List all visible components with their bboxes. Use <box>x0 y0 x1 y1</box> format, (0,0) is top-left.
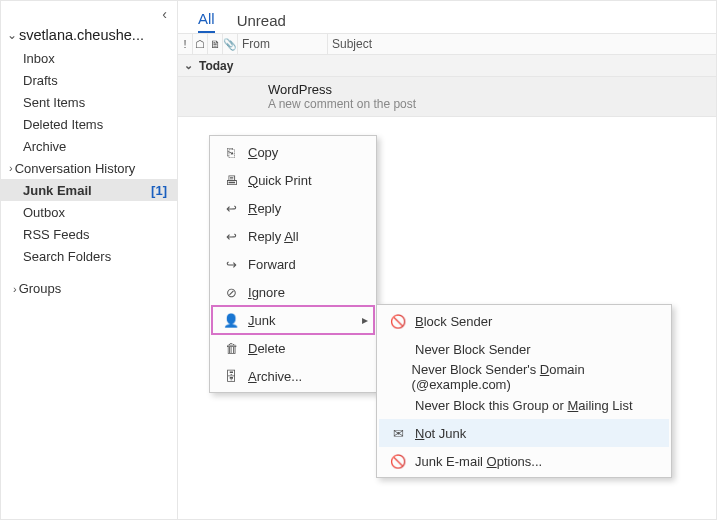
menu-item-label: Copy <box>248 145 278 160</box>
filter-tabs: All Unread <box>178 1 716 33</box>
chevron-down-icon: ⌄ <box>184 59 193 72</box>
folder-label: Conversation History <box>15 161 167 176</box>
menu-item-label: Ignore <box>248 285 285 300</box>
submenu-arrow-icon: ▸ <box>362 313 368 327</box>
submenu-item-junk-e-mail-options-[interactable]: 🚫Junk E-mail Options... <box>379 447 669 475</box>
folder-junk-email[interactable]: Junk Email[1] <box>1 179 177 201</box>
menu-item-reply[interactable]: ↩Reply <box>212 194 374 222</box>
col-subject[interactable]: Subject <box>328 34 716 54</box>
junk-submenu[interactable]: 🚫Block SenderNever Block SenderNever Blo… <box>376 304 672 478</box>
folder-sent-items[interactable]: Sent Items <box>1 91 177 113</box>
folder-label: Deleted Items <box>23 117 167 132</box>
folder-label: RSS Feeds <box>23 227 167 242</box>
menu-item-ignore[interactable]: ⊘Ignore <box>212 278 374 306</box>
col-importance-icon[interactable]: ! <box>178 34 193 54</box>
chevron-down-icon: ⌄ <box>7 28 17 42</box>
menu-item-label: Reply All <box>248 229 299 244</box>
ignore-icon: ⊘ <box>220 285 242 300</box>
archive--icon: 🗄 <box>220 369 242 384</box>
menu-item-reply-all[interactable]: ↩Reply All <box>212 222 374 250</box>
col-attachment-icon[interactable]: 📎 <box>223 34 238 54</box>
menu-item-label: Junk <box>248 313 275 328</box>
submenu-item-not-junk[interactable]: ✉Not Junk <box>379 419 669 447</box>
chevron-right-icon: › <box>9 162 13 174</box>
menu-item-copy[interactable]: ⎘Copy <box>212 138 374 166</box>
menu-item-label: Quick Print <box>248 173 312 188</box>
delete-icon: 🗑 <box>220 341 242 356</box>
tab-all[interactable]: All <box>198 10 215 33</box>
folder-search-folders[interactable]: Search Folders <box>1 245 177 267</box>
folder-rss-feeds[interactable]: RSS Feeds <box>1 223 177 245</box>
submenu-item-label: Never Block this Group or Mailing List <box>415 398 633 413</box>
group-header-label: Today <box>199 59 233 73</box>
col-reminder-icon[interactable]: ☖ <box>193 34 208 54</box>
column-headers: ! ☖ 🗎 📎 From Subject <box>178 33 716 55</box>
folder-outbox[interactable]: Outbox <box>1 201 177 223</box>
folder-label: Junk Email <box>23 183 151 198</box>
message-preview: A new comment on the post <box>268 97 708 111</box>
folder-unread-count: [1] <box>151 183 167 198</box>
folder-label: Drafts <box>23 73 167 88</box>
menu-item-label: Reply <box>248 201 281 216</box>
reply-icon: ↩ <box>220 201 242 216</box>
account-node[interactable]: ⌄ svetlana.cheushe... <box>1 23 177 47</box>
folder-drafts[interactable]: Drafts <box>1 69 177 91</box>
menu-item-junk[interactable]: 👤Junk▸ <box>212 306 374 334</box>
submenu-item-label: Not Junk <box>415 426 466 441</box>
groups-node[interactable]: › Groups <box>1 273 177 299</box>
folder-conversation-history[interactable]: ›Conversation History <box>1 157 177 179</box>
menu-item-label: Delete <box>248 341 286 356</box>
reply-all-icon: ↩ <box>220 229 242 244</box>
folder-inbox[interactable]: Inbox <box>1 47 177 69</box>
junk-icon: 👤 <box>220 313 242 328</box>
menu-item-label: Archive... <box>248 369 302 384</box>
quick-print-icon: 🖶 <box>220 173 242 188</box>
chevron-right-icon: › <box>13 283 17 295</box>
forward-icon: ↪ <box>220 257 242 272</box>
folder-label: Archive <box>23 139 167 154</box>
account-name: svetlana.cheushe... <box>19 27 169 43</box>
tab-unread[interactable]: Unread <box>237 12 286 33</box>
menu-item-forward[interactable]: ↪Forward <box>212 250 374 278</box>
submenu-item-label: Never Block Sender <box>415 342 531 357</box>
submenu-item-block-sender[interactable]: 🚫Block Sender <box>379 307 669 335</box>
menu-item-quick-print[interactable]: 🖶Quick Print <box>212 166 374 194</box>
not-junk-icon: ✉ <box>387 426 409 441</box>
collapse-sidebar-icon[interactable]: ‹ <box>158 5 171 23</box>
folder-deleted-items[interactable]: Deleted Items <box>1 113 177 135</box>
submenu-item-never-block-this-group-or-mailing-list[interactable]: Never Block this Group or Mailing List <box>379 391 669 419</box>
submenu-item-label: Junk E-mail Options... <box>415 454 542 469</box>
junk-e-mail-options--icon: 🚫 <box>387 454 409 469</box>
message-from: WordPress <box>268 82 708 97</box>
folder-sidebar: ‹ ⌄ svetlana.cheushe... InboxDraftsSent … <box>1 1 178 519</box>
folder-label: Sent Items <box>23 95 167 110</box>
col-from[interactable]: From <box>238 34 328 54</box>
submenu-item-never-block-sender[interactable]: Never Block Sender <box>379 335 669 363</box>
menu-item-delete[interactable]: 🗑Delete <box>212 334 374 362</box>
folder-label: Inbox <box>23 51 167 66</box>
copy-icon: ⎘ <box>220 145 242 160</box>
col-icon-icon[interactable]: 🗎 <box>208 34 223 54</box>
folder-label: Search Folders <box>23 249 167 264</box>
context-menu[interactable]: ⎘Copy🖶Quick Print↩Reply↩Reply All↪Forwar… <box>209 135 377 393</box>
block-sender-icon: 🚫 <box>387 314 409 329</box>
group-header-today[interactable]: ⌄ Today <box>178 55 716 77</box>
menu-item-archive-[interactable]: 🗄Archive... <box>212 362 374 390</box>
message-row[interactable]: WordPress A new comment on the post <box>178 77 716 117</box>
folder-label: Outbox <box>23 205 167 220</box>
menu-item-label: Forward <box>248 257 296 272</box>
submenu-item-label: Never Block Sender's Domain (@example.co… <box>412 362 645 392</box>
submenu-item-label: Block Sender <box>415 314 492 329</box>
submenu-item-never-block-sender-s-domain-example-com-[interactable]: Never Block Sender's Domain (@example.co… <box>379 363 669 391</box>
folder-archive[interactable]: Archive <box>1 135 177 157</box>
groups-label: Groups <box>19 281 62 296</box>
